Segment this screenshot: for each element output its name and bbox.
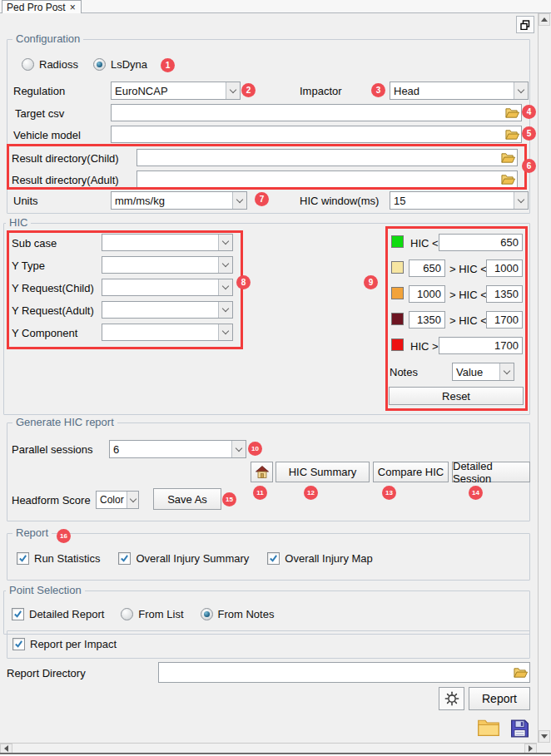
parallel-sessions-label: Parallel sessions: [12, 443, 93, 456]
hic-yellow-min-input[interactable]: [409, 259, 445, 277]
browse-folder-icon[interactable]: [501, 152, 515, 164]
impactor-dropdown[interactable]: Head: [390, 82, 529, 100]
checkbox-checked-icon[interactable]: [12, 638, 25, 650]
tab-close-icon[interactable]: ×: [70, 3, 76, 12]
annotation-badge-3: 3: [371, 83, 385, 97]
chevron-down-icon[interactable]: [232, 192, 246, 209]
report-per-impact-checkbox[interactable]: Report per Impact: [12, 638, 117, 650]
hic-orange-min-input[interactable]: [409, 285, 445, 303]
radio-radioss[interactable]: Radioss: [22, 58, 78, 71]
scroll-up-arrow[interactable]: [539, 13, 550, 26]
chevron-down-icon[interactable]: [218, 302, 232, 318]
checkbox-checked-icon[interactable]: [17, 552, 29, 565]
sub-case-dropdown[interactable]: [102, 234, 233, 251]
detailed-session-button[interactable]: Detailed Session: [452, 462, 530, 482]
hic-yellow-max-input[interactable]: [486, 259, 523, 277]
y-type-dropdown[interactable]: [102, 256, 233, 274]
units-value: mm/ms/kg: [112, 195, 232, 207]
browse-folder-icon[interactable]: [514, 667, 528, 679]
annotation-badge-14: 14: [469, 486, 483, 500]
chevron-down-icon[interactable]: [127, 492, 138, 508]
checkbox-checked-icon[interactable]: [118, 552, 131, 565]
report-button[interactable]: Report: [469, 687, 530, 710]
save-icon[interactable]: [509, 719, 530, 739]
hic-green-max-input[interactable]: [439, 234, 523, 251]
lsdyna-radio-circle[interactable]: [93, 58, 106, 71]
y-request-adult-dropdown[interactable]: [102, 301, 233, 319]
scroll-down-arrow[interactable]: [539, 730, 550, 743]
chevron-down-icon[interactable]: [218, 279, 232, 295]
detailed-report-checkbox[interactable]: Detailed Report: [12, 608, 104, 620]
reset-button[interactable]: Reset: [389, 387, 524, 405]
browse-folder-icon[interactable]: [505, 107, 519, 119]
chevron-down-icon[interactable]: [218, 235, 232, 250]
units-dropdown[interactable]: mm/ms/kg: [111, 191, 247, 210]
annotation-badge-12: 12: [304, 486, 318, 500]
y-component-dropdown[interactable]: [102, 324, 233, 341]
overall-injury-map-checkbox[interactable]: Overall Injury Map: [267, 552, 372, 565]
y-request-child-dropdown[interactable]: [102, 279, 233, 296]
home-button[interactable]: [251, 462, 273, 482]
float-panel-button[interactable]: [516, 16, 534, 33]
browse-folder-icon[interactable]: [501, 174, 515, 185]
annotation-badge-11: 11: [253, 486, 267, 500]
hic-red-min-input[interactable]: [439, 337, 523, 354]
home-icon: [256, 466, 269, 478]
compare-hic-button[interactable]: Compare HIC: [373, 462, 449, 482]
radioss-radio-circle[interactable]: [22, 58, 34, 71]
chevron-down-icon[interactable]: [218, 257, 232, 273]
browse-folder-icon[interactable]: [505, 129, 519, 141]
result-directory-adult-input[interactable]: [137, 170, 518, 188]
headform-score-value: Color: [97, 494, 127, 506]
chevron-down-icon[interactable]: [514, 192, 528, 209]
overall-injury-summary-checkbox[interactable]: Overall Injury Summary: [118, 552, 249, 565]
hic-window-dropdown[interactable]: 15: [390, 191, 529, 210]
parallel-sessions-dropdown[interactable]: 6: [109, 440, 246, 458]
annotation-badge-6: 6: [522, 159, 536, 173]
hic-less-label: HIC <: [410, 237, 439, 250]
checkbox-checked-icon[interactable]: [267, 552, 280, 565]
hic-summary-button[interactable]: HIC Summary: [276, 462, 370, 482]
hic-maroon-max-input[interactable]: [486, 311, 523, 329]
vehicle-model-input[interactable]: [111, 126, 522, 143]
settings-button[interactable]: [439, 687, 464, 710]
result-directory-child-label: Result directory(Child): [12, 152, 119, 165]
detailed-report-label: Detailed Report: [29, 608, 104, 620]
overall-injury-summary-label: Overall Injury Summary: [136, 552, 249, 565]
hic-orange-max-input[interactable]: [486, 285, 523, 303]
chevron-down-icon[interactable]: [218, 324, 232, 340]
units-label: Units: [13, 195, 38, 207]
chevron-down-icon[interactable]: [231, 441, 246, 457]
notes-dropdown[interactable]: Value: [452, 363, 514, 381]
vertical-scrollbar[interactable]: [538, 13, 550, 743]
checkbox-checked-icon[interactable]: [12, 608, 24, 620]
chevron-down-icon[interactable]: [226, 82, 240, 99]
hic-maroon-min-input[interactable]: [409, 311, 445, 329]
from-notes-radio-circle[interactable]: [201, 608, 213, 620]
from-list-radio-circle[interactable]: [121, 608, 133, 620]
regulation-dropdown[interactable]: EuroNCAP: [111, 82, 241, 100]
open-folder-icon[interactable]: [477, 717, 500, 739]
hic-range-label: > HIC <: [449, 314, 487, 327]
overall-injury-map-label: Overall Injury Map: [285, 552, 372, 565]
result-directory-child-input[interactable]: [137, 149, 518, 166]
radio-from-notes[interactable]: From Notes: [201, 608, 275, 620]
annotation-badge-16: 16: [57, 529, 71, 543]
save-as-button[interactable]: Save As: [153, 488, 221, 510]
point-selection-group-title: Point Selection: [6, 584, 85, 596]
headform-score-dropdown[interactable]: Color: [96, 491, 139, 509]
report-directory-input[interactable]: [158, 662, 530, 683]
result-directory-adult-label: Result directory(Adult): [12, 174, 119, 186]
hic-window-value: 15: [390, 195, 514, 207]
regulation-label: Regulation: [13, 85, 65, 97]
tab-ped-pro-post[interactable]: Ped Pro Post ×: [2, 0, 82, 13]
chevron-down-icon[interactable]: [499, 363, 514, 380]
target-csv-input[interactable]: [111, 104, 522, 121]
radio-from-list[interactable]: From List: [121, 608, 183, 620]
generate-group-title: Generate HIC report: [12, 416, 117, 428]
chevron-down-icon[interactable]: [514, 82, 528, 99]
radio-lsdyna[interactable]: LsDyna: [93, 58, 147, 71]
run-statistics-checkbox[interactable]: Run Statistics: [17, 552, 100, 565]
hic-window-label: HIC window(ms): [300, 195, 379, 207]
y-request-adult-label: Y Request(Adult): [12, 304, 94, 317]
